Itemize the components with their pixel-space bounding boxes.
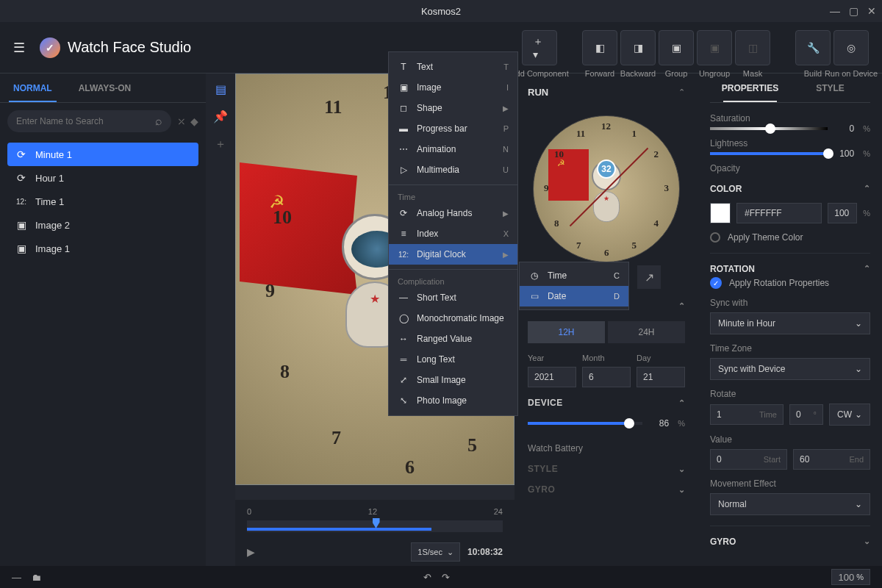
run-title: RUN bbox=[528, 87, 548, 98]
saturation-slider[interactable] bbox=[710, 127, 828, 130]
color-opacity-input[interactable]: 100 bbox=[828, 203, 857, 223]
tab-properties[interactable]: PROPERTIES bbox=[710, 74, 790, 102]
movement-dropdown[interactable]: Normal⌄ bbox=[710, 493, 870, 515]
maximize-icon[interactable]: ▢ bbox=[849, 5, 858, 17]
format-12h-button[interactable]: 12H bbox=[528, 321, 605, 343]
menu-item-image[interactable]: ▣ImageI bbox=[389, 77, 517, 98]
run-panel: RUN ⌃ 12 11 1 10 2 9 3 8 4 7 5 6 32 THEM… bbox=[514, 74, 698, 566]
layer-item-time[interactable]: 12:Time 1 bbox=[7, 190, 198, 213]
value-start-input[interactable]: 0Start bbox=[710, 449, 787, 470]
add-component-menu: TTextT ▣ImageI ◻Shape▶ ▬Progress barP ⋯A… bbox=[388, 51, 518, 416]
tab-always-on[interactable]: ALWAYS-ON bbox=[65, 74, 145, 102]
color-hex-input[interactable]: #FFFFFF bbox=[736, 203, 822, 223]
group-button[interactable]: ▣Group bbox=[659, 30, 694, 65]
folder-icon[interactable]: 🖿 bbox=[32, 572, 41, 583]
speed-select[interactable]: 1S/sec⌄ bbox=[411, 542, 460, 562]
layer-item-image-1[interactable]: ▣Image 1 bbox=[7, 237, 198, 260]
submenu-item-time[interactable]: ◷TimeC bbox=[520, 265, 628, 286]
format-24h-button[interactable]: 24H bbox=[608, 321, 685, 343]
close-icon[interactable]: ✕ bbox=[867, 5, 876, 17]
redo-icon[interactable]: ↷ bbox=[442, 572, 450, 583]
status-bar: — 🖿 ↶ ↷ 100 % bbox=[0, 566, 882, 588]
collapse-run-icon[interactable]: ⌃ bbox=[678, 87, 685, 97]
menu-item-index[interactable]: ≡IndexX bbox=[389, 223, 517, 244]
window-title: Kosmos2 bbox=[421, 6, 461, 17]
menu-item-digital-clock[interactable]: 12:Digital Clock▶ bbox=[389, 244, 517, 265]
app-name: Watch Face Studio bbox=[68, 39, 191, 56]
year-input[interactable]: 2021 bbox=[528, 367, 576, 387]
zoom-level[interactable]: 100 % bbox=[831, 569, 870, 585]
lock-icon[interactable]: ◆ bbox=[190, 115, 198, 127]
layer-item-hour[interactable]: ⟳Hour 1 bbox=[7, 166, 198, 190]
titlebar: Kosmos2 — ▢ ✕ bbox=[0, 0, 882, 22]
ungroup-button[interactable]: ▣Ungroup bbox=[697, 30, 732, 65]
add-rail-icon[interactable]: ＋ bbox=[215, 137, 226, 152]
digital-clock-submenu: ◷TimeC ▭DateD ↗ bbox=[519, 262, 629, 310]
device-section-title: DEVICE bbox=[528, 398, 563, 408]
menu-item-text[interactable]: TTextT bbox=[389, 57, 517, 77]
battery-slider[interactable] bbox=[528, 422, 642, 425]
remove-icon[interactable]: — bbox=[12, 572, 21, 583]
month-input[interactable]: 6 bbox=[582, 367, 631, 387]
menu-item-analog-hands[interactable]: ⟳Analog Hands▶ bbox=[389, 203, 517, 223]
tab-style[interactable]: STYLE bbox=[790, 74, 870, 102]
layer-search-input[interactable]: ⌕ bbox=[7, 110, 171, 132]
menu-icon[interactable]: ☰ bbox=[13, 40, 34, 56]
menu-item-long-text[interactable]: ═Long Text bbox=[389, 349, 517, 370]
apply-rotation-checkbox[interactable]: ✓Apply Rotation Properties bbox=[710, 277, 870, 289]
hide-icon[interactable]: ⤫ bbox=[177, 115, 186, 127]
apply-theme-color-radio[interactable]: Apply Theme Color bbox=[710, 232, 870, 243]
sync-with-dropdown[interactable]: Minute in Hour⌄ bbox=[710, 312, 870, 334]
layers-rail-icon[interactable]: ▤ bbox=[215, 82, 226, 96]
menu-item-ranged-value[interactable]: ↔Ranged Value bbox=[389, 329, 517, 349]
add-component-button[interactable]: ＋ ▾Add Component bbox=[522, 30, 557, 65]
search-icon: ⌕ bbox=[155, 115, 162, 128]
menu-item-multimedia[interactable]: ▷MultimediaU bbox=[389, 159, 517, 180]
forward-button[interactable]: ◧Forward bbox=[582, 30, 617, 65]
rotate-angle-input[interactable]: 0° bbox=[789, 404, 823, 425]
properties-panel: PROPERTIES STYLE Saturation 0% Lightness… bbox=[698, 74, 882, 566]
rotate-direction-dropdown[interactable]: CW⌄ bbox=[829, 404, 870, 426]
timezone-dropdown[interactable]: Sync with Device⌄ bbox=[710, 358, 870, 380]
menu-item-animation[interactable]: ⋯AnimationN bbox=[389, 139, 517, 159]
timeline-scrubber[interactable] bbox=[247, 520, 503, 532]
timeline-thumb[interactable] bbox=[373, 518, 380, 528]
menu-item-photo-image[interactable]: ⤡Photo Image bbox=[389, 390, 517, 411]
tool-rail: ▤ 📌 ＋ bbox=[206, 74, 235, 566]
chevron-down-icon[interactable]: ⌃ bbox=[678, 301, 686, 311]
menu-item-small-image[interactable]: ⤢Small Image bbox=[389, 370, 517, 390]
timeline: 0 12 24 ▶ 1S/sec⌄ 10:08:32 bbox=[235, 500, 514, 566]
menu-item-shape[interactable]: ◻Shape▶ bbox=[389, 98, 517, 118]
layer-item-image-2[interactable]: ▣Image 2 bbox=[7, 213, 198, 237]
layer-item-minute[interactable]: ⟳Minute 1 bbox=[7, 143, 198, 166]
run-on-device-button[interactable]: ◎Run on Device bbox=[833, 30, 869, 65]
open-external-icon[interactable]: ↗ bbox=[637, 265, 661, 289]
submenu-item-date[interactable]: ▭DateD bbox=[520, 286, 628, 306]
play-button[interactable]: ▶ bbox=[247, 546, 255, 558]
layers-panel: NORMAL ALWAYS-ON ⌕ ⤫ ◆ ⟳Minute 1 ⟳Hour 1… bbox=[0, 74, 206, 566]
menu-item-short-text[interactable]: —Short Text bbox=[389, 287, 517, 308]
rotate-times-input[interactable]: 1Time bbox=[710, 404, 784, 425]
app-logo: ✓ Watch Face Studio bbox=[40, 37, 191, 58]
undo-icon[interactable]: ↶ bbox=[423, 572, 431, 583]
pin-rail-icon[interactable]: 📌 bbox=[213, 110, 228, 123]
logo-icon: ✓ bbox=[40, 37, 60, 58]
value-end-input[interactable]: 60End bbox=[793, 449, 870, 470]
layer-list: ⟳Minute 1 ⟳Hour 1 12:Time 1 ▣Image 2 ▣Im… bbox=[0, 140, 206, 566]
build-button[interactable]: 🔧Build bbox=[795, 30, 831, 65]
lightness-slider[interactable] bbox=[710, 152, 828, 155]
day-input[interactable]: 21 bbox=[637, 367, 685, 387]
menu-item-monochromatic[interactable]: ◯Monochromatic Image bbox=[389, 308, 517, 329]
minimize-icon[interactable]: — bbox=[830, 5, 840, 17]
backward-button[interactable]: ◨Backward bbox=[620, 30, 656, 65]
mask-button[interactable]: ◫Mask bbox=[735, 30, 770, 65]
watch-preview: 12 11 1 10 2 9 3 8 4 7 5 6 32 bbox=[533, 115, 680, 262]
color-swatch[interactable] bbox=[710, 203, 731, 223]
time-display: 10:08:32 bbox=[467, 547, 503, 557]
tab-normal[interactable]: NORMAL bbox=[0, 74, 65, 102]
menu-item-progress[interactable]: ▬Progress barP bbox=[389, 118, 517, 139]
